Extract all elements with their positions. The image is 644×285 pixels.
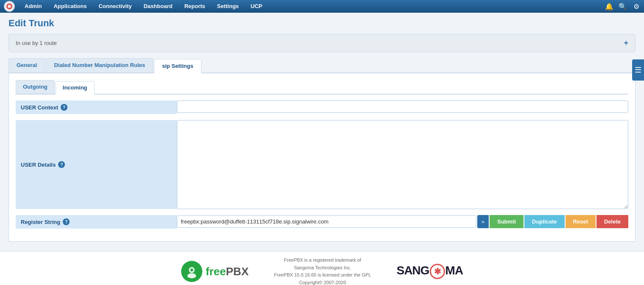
action-bar: » Submit Duplicate Reset Delete	[477, 215, 628, 228]
user-details-row: USER Details ?	[16, 120, 628, 209]
svg-point-5	[188, 273, 196, 278]
nav-item-reports[interactable]: Reports	[178, 0, 211, 13]
nav-item-connectivity[interactable]: Connectivity	[92, 0, 137, 13]
nav-item-admin[interactable]: Admin	[19, 0, 48, 13]
freepbx-icon	[181, 261, 202, 282]
user-details-textarea[interactable]	[177, 120, 628, 209]
nav-item-ucp[interactable]: UCP	[245, 0, 268, 13]
page-title: Edit Trunk	[8, 18, 636, 29]
freepbx-logo: freePBX	[181, 261, 249, 282]
sangoma-text: SANG✱MA	[397, 264, 463, 279]
user-context-row: USER Context ?	[16, 101, 628, 114]
tab-dnmr[interactable]: Dialed Number Manipulation Rules	[46, 58, 153, 73]
nav-item-settings[interactable]: Settings	[211, 0, 245, 13]
register-string-label: Register String ?	[16, 215, 177, 229]
sidebar-toggle[interactable]: ☰	[632, 59, 644, 81]
delete-button[interactable]: Delete	[596, 215, 628, 228]
nav-right-icons: 🔔 🔍 ⚙	[603, 0, 642, 12]
register-string-row: Register String ? » Submit Duplicate Res…	[16, 215, 628, 229]
expand-button[interactable]: »	[477, 215, 489, 228]
inner-tabs: Outgoing Incoming	[16, 80, 628, 95]
nav-item-dashboard[interactable]: Dashboard	[137, 0, 178, 13]
tab-outgoing[interactable]: Outgoing	[16, 80, 55, 94]
submit-button[interactable]: Submit	[490, 215, 524, 228]
user-details-help-icon[interactable]: ?	[58, 161, 65, 168]
nav-item-applications[interactable]: Applications	[48, 0, 92, 13]
info-bar-text: In use by 1 route	[16, 40, 57, 46]
search-icon[interactable]: 🔍	[617, 0, 629, 12]
tab-incoming[interactable]: Incoming	[56, 81, 95, 95]
reset-button[interactable]: Reset	[566, 215, 596, 228]
user-context-input[interactable]	[177, 101, 628, 113]
freepbx-text: freePBX	[206, 265, 249, 278]
sangoma-logo: SANG✱MA	[397, 264, 463, 279]
outer-tabs: General Dialed Number Manipulation Rules…	[8, 58, 636, 73]
tab-sip-settings[interactable]: sip Settings	[154, 59, 202, 73]
top-navigation: Admin Applications Connectivity Dashboar…	[0, 0, 644, 13]
settings-icon[interactable]: ⚙	[630, 0, 642, 12]
main-content: Edit Trunk In use by 1 route + General D…	[0, 13, 644, 251]
footer: freePBX FreePBX is a registered trademar…	[0, 251, 644, 285]
user-details-label: USER Details ?	[16, 120, 177, 209]
notifications-icon[interactable]: 🔔	[603, 0, 615, 12]
logo	[2, 0, 17, 12]
tab-general[interactable]: General	[8, 58, 45, 73]
svg-point-6	[190, 268, 193, 271]
register-string-input[interactable]	[177, 215, 476, 228]
main-panel: Outgoing Incoming USER Context ? USER De…	[8, 73, 636, 242]
svg-point-2	[8, 5, 11, 8]
user-context-label: USER Context ?	[16, 101, 177, 114]
info-bar: In use by 1 route +	[8, 34, 636, 52]
footer-center-text: FreePBX is a registered trademark of San…	[274, 257, 371, 285]
register-string-help-icon[interactable]: ?	[63, 218, 70, 225]
expand-icon[interactable]: +	[624, 39, 628, 48]
user-context-help-icon[interactable]: ?	[61, 104, 67, 111]
duplicate-button[interactable]: Duplicate	[524, 215, 565, 228]
